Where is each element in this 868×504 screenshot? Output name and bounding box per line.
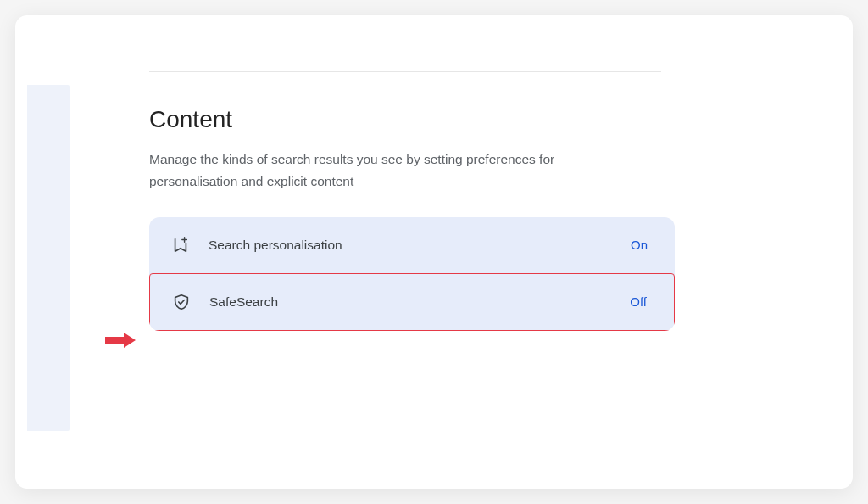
settings-page-card: Content Manage the kinds of search resul… <box>15 15 853 489</box>
section-title: Content <box>149 106 680 133</box>
setting-value: On <box>631 238 648 252</box>
setting-search-personalisation[interactable]: Search personalisation On <box>149 217 675 273</box>
settings-panel: Search personalisation On SafeSearch Off <box>149 217 675 331</box>
setting-safesearch[interactable]: SafeSearch Off <box>149 273 675 331</box>
section-description: Manage the kinds of search results you s… <box>149 148 607 193</box>
setting-label: SafeSearch <box>209 294 630 310</box>
highlight-arrow-icon <box>105 333 139 348</box>
shield-icon <box>172 293 191 311</box>
setting-value: Off <box>630 294 647 309</box>
content-section: Content Manage the kinds of search resul… <box>149 71 680 331</box>
left-nav-strip <box>27 85 70 431</box>
section-divider <box>149 71 661 72</box>
setting-label: Search personalisation <box>209 238 631 253</box>
sparkle-page-icon <box>171 236 190 255</box>
